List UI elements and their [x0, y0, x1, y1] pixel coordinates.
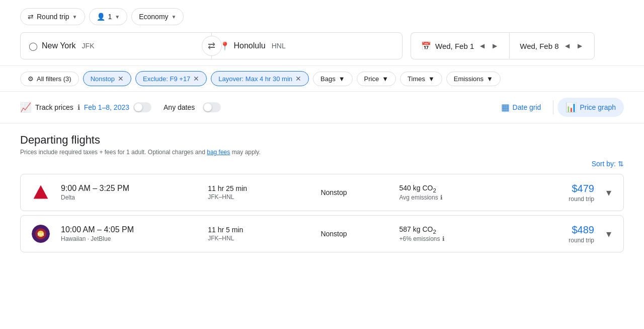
expand-flight-icon[interactable]: ▾ [604, 184, 613, 201]
emissions-info-icon[interactable]: ℹ [440, 194, 443, 201]
airline-name: Delta [61, 194, 198, 201]
svg-marker-0 [34, 185, 48, 199]
circle-icon: ◯ [29, 41, 38, 51]
results-meta-text: Prices include required taxes + fees for… [20, 149, 205, 156]
return-date-button[interactable]: Wed, Feb 8 ◀ ▶ [509, 32, 594, 59]
layover-filter-label: Layover: Max 4 hr 30 min [218, 75, 292, 83]
remove-exclude-icon[interactable]: ✕ [193, 75, 199, 83]
next-date-icon[interactable]: ▶ [491, 41, 499, 50]
nonstop-filter-label: Nonstop [91, 75, 115, 83]
emissions-info-icon[interactable]: ℹ [442, 235, 445, 242]
view-options: ▦ Date grid 📊 Price graph [493, 98, 624, 117]
remove-layover-icon[interactable]: ✕ [295, 75, 301, 83]
track-info-icon[interactable]: ℹ [77, 103, 80, 111]
flight-route: JFK–HNL [208, 235, 310, 242]
flight-price-sub: round trip [512, 237, 594, 244]
chevron-down-icon: ▼ [339, 75, 345, 83]
flight-stops: Nonstop [320, 188, 389, 196]
delta-logo-svg [32, 183, 50, 202]
tune-icon: ⚙ [28, 75, 34, 83]
remove-nonstop-icon[interactable]: ✕ [118, 75, 124, 83]
flight-emissions-label: Avg emissions ℹ [399, 194, 502, 201]
all-filters-label: All filters (3) [37, 75, 71, 83]
calendar-icon: 📅 [421, 41, 431, 51]
all-filters-button[interactable]: ⚙ All filters (3) [20, 72, 79, 86]
price-label: Price [364, 75, 379, 83]
view-divider [553, 100, 553, 114]
destination-input[interactable]: 📍 Honolulu HNL [212, 33, 403, 59]
bag-fees-link[interactable]: bag fees [207, 149, 230, 156]
track-prices-toggle-wrap [133, 102, 151, 112]
swap-button[interactable]: ⇄ [202, 36, 222, 56]
flight-card[interactable]: 9:00 AM – 3:25 PM Delta 11 hr 25 min JFK… [20, 174, 624, 211]
bags-filter-button[interactable]: Bags ▼ [313, 72, 353, 86]
passengers-button[interactable]: 👤 1 ▼ [89, 8, 128, 25]
flight-duration-col: 11 hr 25 min JFK–HNL [208, 184, 310, 201]
chevron-down-icon: ▼ [172, 14, 177, 20]
filters-bar: ⚙ All filters (3) Nonstop ✕ Exclude: F9 … [0, 66, 644, 92]
exclude-filter-chip[interactable]: Exclude: F9 +17 ✕ [135, 71, 207, 86]
price-graph-button[interactable]: 📊 Price graph [557, 98, 624, 117]
sort-row: Sort by: ⇅ [20, 160, 624, 168]
results-header: Departing flights Prices include require… [20, 134, 624, 156]
expand-flight-icon[interactable]: ▾ [604, 226, 613, 242]
price-graph-label: Price graph [580, 103, 616, 111]
prev-date-icon[interactable]: ◀ [478, 41, 487, 50]
flight-duration-col: 11 hr 5 min JFK–HNL [208, 226, 310, 242]
svg-text:HA: HA [38, 232, 44, 237]
nonstop-filter-chip[interactable]: Nonstop ✕ [83, 71, 131, 86]
track-prices-label: Track prices [35, 103, 73, 111]
any-dates-label: Any dates [164, 103, 195, 111]
flight-time-col: 10:00 AM – 4:05 PM Hawaiian · JetBlue [61, 225, 198, 242]
depart-date-button[interactable]: 📅 Wed, Feb 1 ◀ ▶ [411, 32, 509, 59]
trip-type-label: Round trip [37, 13, 69, 21]
date-range-inputs: 📅 Wed, Feb 1 ◀ ▶ Wed, Feb 8 ◀ ▶ [411, 32, 595, 59]
flight-stops: Nonstop [320, 230, 389, 238]
chevron-down-icon: ▼ [72, 14, 77, 20]
any-dates-toggle[interactable] [203, 102, 221, 112]
flight-duration: 11 hr 5 min [208, 226, 310, 234]
results-section: Departing flights Prices include require… [0, 123, 644, 267]
next-date-icon[interactable]: ▶ [576, 41, 584, 50]
flight-card[interactable]: HA 10:00 AM – 4:05 PM Hawaiian · JetBlue… [20, 215, 624, 252]
sort-label: Sort by: [592, 160, 616, 168]
emissions-filter-button[interactable]: Emissions ▼ [446, 72, 501, 86]
results-meta: Prices include required taxes + fees for… [20, 149, 624, 156]
dest-city: Honolulu [234, 41, 266, 50]
chevron-down-icon: ▼ [115, 14, 120, 20]
track-prices-section: 📈 Track prices ℹ Feb 1–8, 2023 [20, 102, 151, 113]
sort-by-button[interactable]: Sort by: ⇅ [592, 160, 624, 168]
flight-stops-col: Nonstop [320, 188, 389, 196]
track-prices-toggle[interactable] [133, 102, 151, 112]
depart-date: Wed, Feb 1 [435, 42, 474, 50]
emissions-label: Emissions [454, 75, 484, 83]
sort-icon: ⇅ [618, 160, 624, 168]
flight-price-sub: round trip [512, 195, 594, 203]
flight-time-col: 9:00 AM – 3:25 PM Delta [61, 184, 198, 201]
airline-logo [31, 182, 51, 203]
flight-emissions: 587 kg CO2 [399, 225, 502, 235]
track-date-range: Feb 1–8, 2023 [84, 103, 129, 111]
date-grid-button[interactable]: ▦ Date grid [493, 98, 549, 117]
chevron-down-icon: ▼ [382, 75, 388, 83]
any-dates-section: Any dates [164, 102, 221, 112]
flight-emissions-col: 587 kg CO2 +6% emissions ℹ [399, 225, 502, 243]
search-input-wrap: ◯ New York JFK ⇄ 📍 Honolulu HNL [20, 32, 403, 59]
results-title: Departing flights [20, 134, 624, 147]
results-meta-end: may apply. [232, 149, 261, 156]
times-filter-button[interactable]: Times ▼ [400, 72, 442, 86]
origin-city: New York [42, 41, 76, 50]
origin-input[interactable]: ◯ New York JFK [21, 33, 212, 59]
cabin-button[interactable]: Economy ▼ [131, 8, 184, 25]
airline-logo: HA [31, 224, 51, 244]
price-filter-button[interactable]: Price ▼ [357, 72, 396, 86]
flight-duration: 11 hr 25 min [208, 184, 310, 192]
trip-type-button[interactable]: ⇄ Round trip ▼ [20, 8, 85, 25]
flight-price-col: $479 round trip [512, 183, 594, 203]
date-grid-icon: ▦ [501, 102, 510, 113]
exclude-filter-label: Exclude: F9 +17 [143, 75, 190, 83]
prev-date-icon[interactable]: ◀ [563, 41, 572, 50]
chevron-down-icon: ▼ [428, 75, 435, 83]
layover-filter-chip[interactable]: Layover: Max 4 hr 30 min ✕ [211, 71, 309, 86]
flight-stops-col: Nonstop [320, 230, 389, 238]
